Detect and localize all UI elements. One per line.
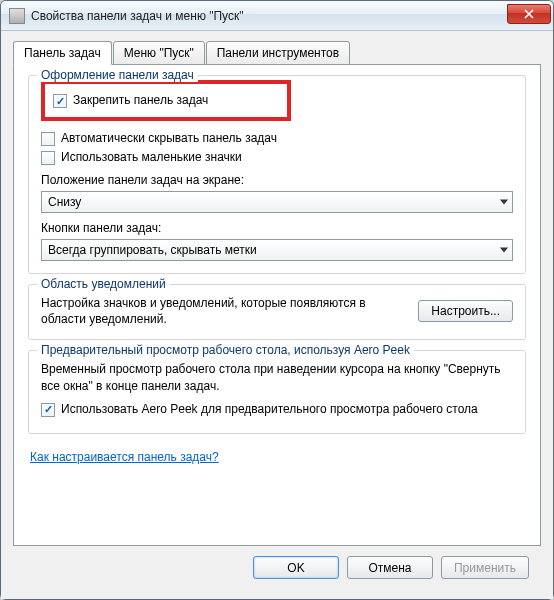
properties-window: Свойства панели задач и меню "Пуск" Пане… — [0, 0, 554, 600]
group-title-aero: Предварительный просмотр рабочего стола,… — [37, 343, 414, 357]
label-taskbar-buttons: Кнопки панели задач: — [41, 221, 513, 235]
label-autohide: Автоматически скрывать панель задач — [61, 131, 513, 145]
titlebar[interactable]: Свойства панели задач и меню "Пуск" — [1, 1, 553, 31]
tab-startmenu[interactable]: Меню "Пуск" — [113, 41, 205, 65]
group-title-taskbar: Оформление панели задач — [37, 68, 198, 82]
chevron-down-icon — [500, 248, 508, 253]
select-taskbar-buttons-value: Всегда группировать, скрывать метки — [48, 243, 257, 257]
tab-taskbar[interactable]: Панель задач — [13, 41, 112, 65]
close-button[interactable] — [507, 4, 551, 24]
checkbox-small-icons[interactable] — [41, 151, 55, 165]
group-title-notif: Область уведомлений — [37, 277, 170, 291]
group-taskbar-appearance: Оформление панели задач Закрепить панель… — [28, 75, 526, 274]
label-taskbar-position: Положение панели задач на экране: — [41, 173, 513, 187]
aero-description: Временный просмотр рабочего стола при на… — [41, 361, 513, 393]
highlighted-lock-option: Закрепить панель задач — [41, 80, 291, 121]
window-icon — [9, 8, 25, 24]
label-small-icons: Использовать маленькие значки — [61, 150, 513, 164]
checkbox-autohide[interactable] — [41, 132, 55, 146]
label-aero-peek: Использовать Aero Peek для предварительн… — [61, 402, 513, 416]
notif-description: Настройка значков и уведомлений, которые… — [41, 295, 406, 327]
checkbox-aero-peek[interactable] — [41, 403, 55, 417]
dialog-body: Панель задач Меню "Пуск" Панели инструме… — [1, 31, 553, 599]
group-notification-area: Область уведомлений Настройка значков и … — [28, 284, 526, 340]
tab-toolbars[interactable]: Панели инструментов — [206, 41, 350, 65]
dialog-footer: OK Отмена Применить — [13, 546, 541, 591]
ok-button[interactable]: OK — [253, 556, 339, 579]
tab-panel-taskbar: Оформление панели задач Закрепить панель… — [13, 64, 541, 546]
label-lock-taskbar: Закрепить панель задач — [73, 93, 279, 107]
group-aero-peek: Предварительный просмотр рабочего стола,… — [28, 350, 526, 433]
tabs-header: Панель задач Меню "Пуск" Панели инструме… — [13, 41, 541, 65]
chevron-down-icon — [500, 200, 508, 205]
customize-button[interactable]: Настроить... — [418, 300, 513, 322]
select-taskbar-position-value: Снизу — [48, 195, 81, 209]
apply-button[interactable]: Применить — [441, 556, 529, 579]
close-icon — [524, 9, 534, 19]
cancel-button[interactable]: Отмена — [347, 556, 433, 579]
select-taskbar-position[interactable]: Снизу — [41, 191, 513, 213]
window-title: Свойства панели задач и меню "Пуск" — [31, 9, 507, 23]
select-taskbar-buttons[interactable]: Всегда группировать, скрывать метки — [41, 239, 513, 261]
help-link[interactable]: Как настраивается панель задач? — [30, 450, 219, 464]
checkbox-lock-taskbar[interactable] — [53, 94, 67, 108]
